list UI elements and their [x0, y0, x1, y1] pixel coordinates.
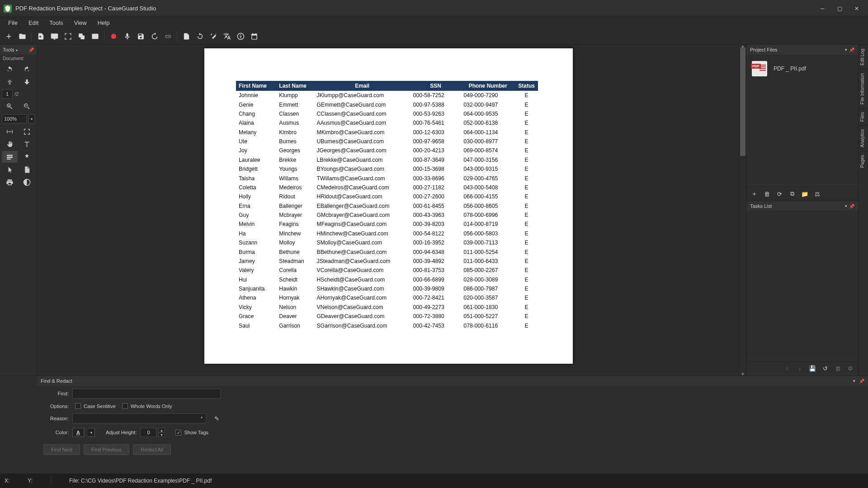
vtab-analytics[interactable]: Analytics	[859, 125, 868, 151]
table-row[interactable]: BurmaBethuneBBethune@CaseGuard.com000-94…	[236, 247, 538, 256]
pin-icon[interactable]: 📌	[28, 47, 34, 52]
scrollbar-thumb[interactable]	[740, 47, 745, 156]
table-row[interactable]: AlainaAusmusAAusmus@CaseGuard.com000-76-…	[236, 118, 538, 127]
redo-icon[interactable]	[19, 63, 35, 75]
zoom-dropdown-icon[interactable]: ▾	[28, 114, 35, 123]
table-row[interactable]: ChangClassenCClassen@CaseGuard.com000-53…	[236, 109, 538, 118]
print-icon[interactable]	[2, 176, 18, 188]
task-save-icon[interactable]: 💾	[808, 365, 816, 373]
scroll-down-icon[interactable]: ▼	[740, 371, 746, 375]
delete-file-icon[interactable]: 🗑	[763, 190, 771, 198]
overlay-icon[interactable]	[75, 31, 87, 42]
zoom-value[interactable]: 100%	[2, 114, 27, 123]
sync-icon[interactable]	[194, 31, 206, 42]
vtab-files[interactable]: Files	[859, 108, 868, 125]
open-folder-icon[interactable]: 📁	[801, 190, 809, 198]
table-row[interactable]: UteBurnesUBurnes@CaseGuard.com000-97-965…	[236, 137, 538, 146]
panel-pin-icon[interactable]: 📌	[859, 379, 864, 384]
vtab-file-info[interactable]: File Information	[859, 69, 868, 108]
page-tool-icon[interactable]	[19, 164, 35, 175]
table-row[interactable]: TaishaWillamsTWillams@CaseGuard.com000-3…	[236, 174, 538, 183]
add-file-icon[interactable]	[35, 31, 47, 42]
panel-pin-icon[interactable]: 📌	[849, 47, 854, 52]
table-row[interactable]: HuiScheidtHScheidt@CaseGuard.com000-66-6…	[236, 275, 538, 284]
menu-tools[interactable]: Tools	[45, 18, 67, 28]
vtab-pages[interactable]: Pages	[859, 151, 868, 171]
refresh-icon[interactable]: ⟳	[775, 190, 783, 198]
table-row[interactable]: GenieEmmettGEmmett@CaseGuard.com000-97-5…	[236, 100, 538, 109]
project-file-item[interactable]: PDF PDF _ PII.pdf	[750, 58, 854, 79]
adjust-down-icon[interactable]: ▼	[158, 432, 165, 437]
table-row[interactable]: HollyRidoutHRidout@CaseGuard.com000-27-2…	[236, 192, 538, 201]
move-down-icon[interactable]: ↓	[796, 365, 804, 373]
table-row[interactable]: MelvinFeaginsMFeagins@CaseGuard.com000-3…	[236, 220, 538, 229]
table-row[interactable]: SaulGarrisonSGarrison@CaseGuard.com000-4…	[236, 321, 538, 330]
panel-dropdown-icon[interactable]: ▾	[853, 379, 855, 383]
redact-all-button[interactable]: Redact All	[133, 444, 171, 455]
adjust-up-icon[interactable]: ▲	[158, 428, 165, 432]
pdf-page[interactable]: First NameLast NameEmailSSNPhone NumberS…	[204, 48, 573, 364]
new-project-icon[interactable]	[3, 31, 14, 42]
microphone-icon[interactable]	[121, 31, 133, 42]
menu-view[interactable]: View	[70, 18, 91, 28]
whole-words-checkbox[interactable]: Whole Words Only	[122, 403, 172, 409]
copy-icon[interactable]: ⧉	[788, 190, 796, 198]
find-next-button[interactable]: Find Next	[43, 444, 80, 455]
table-row[interactable]: JohnnieKlumppJKlumpp@CaseGuard.com000-58…	[236, 91, 538, 100]
table-row[interactable]: HaMinchewHMinchew@CaseGuard.com000-54-81…	[236, 229, 538, 238]
table-row[interactable]: GuyMcbrayerGMcbrayer@CaseGuard.com000-43…	[236, 211, 538, 220]
move-up-icon[interactable]: ↑	[783, 365, 791, 373]
video-icon[interactable]	[89, 31, 101, 42]
table-row[interactable]: LauraleeBrekkeLBrekke@CaseGuard.com000-8…	[236, 155, 538, 164]
table-row[interactable]: SanjuanitaHawkinSHawkin@CaseGuard.com000…	[236, 284, 538, 293]
table-row[interactable]: SuzannMolloySMolloy@CaseGuard.com000-16-…	[236, 238, 538, 247]
adjust-height-input[interactable]	[140, 428, 156, 437]
task-settings-icon[interactable]: ⚙	[846, 365, 854, 373]
screen-icon[interactable]	[48, 31, 60, 42]
up-icon[interactable]	[2, 76, 18, 88]
vtab-edit-log[interactable]: Edit Log	[859, 45, 868, 69]
color-dropdown-icon[interactable]: ▾	[88, 428, 95, 437]
zoom-out-icon[interactable]	[19, 100, 35, 112]
maximize-button[interactable]: ▢	[832, 4, 847, 14]
edit-reason-icon[interactable]: ✎	[212, 414, 221, 422]
save-icon[interactable]	[135, 31, 146, 42]
open-folder-icon[interactable]	[16, 31, 28, 42]
panel-dropdown-icon[interactable]: ▾	[845, 204, 847, 208]
undo-icon[interactable]	[2, 63, 18, 75]
document-icon[interactable]	[180, 31, 192, 42]
down-icon[interactable]	[19, 76, 35, 88]
minimize-button[interactable]: ─	[815, 4, 830, 14]
table-row[interactable]: JoyGeorgesJGeorges@CaseGuard.com000-20-4…	[236, 146, 538, 155]
pointer-icon[interactable]	[2, 164, 18, 175]
find-previous-button[interactable]: Find Previous	[84, 444, 129, 455]
vertical-scrollbar[interactable]: ▲ ▼	[740, 45, 746, 375]
color-picker-button[interactable]: A	[72, 428, 84, 437]
table-row[interactable]: MelanyKimbroMKimbro@CaseGuard.com000-12-…	[236, 128, 538, 137]
table-row[interactable]: GraceDeaverGDeaver@CaseGuard.com000-72-3…	[236, 312, 538, 321]
accessibility-icon[interactable]	[235, 31, 246, 42]
history-icon[interactable]	[148, 31, 160, 42]
compare-icon[interactable]: ⚖	[813, 190, 821, 198]
page-number-input[interactable]	[2, 89, 13, 99]
reason-dropdown[interactable]	[72, 413, 206, 423]
calendar-icon[interactable]	[248, 31, 260, 42]
show-tags-checkbox[interactable]: ✓Show Tags	[175, 430, 208, 436]
auto-detect-icon[interactable]	[19, 151, 35, 163]
table-row[interactable]: ErnaBallengerEBallenger@CaseGuard.com000…	[236, 202, 538, 211]
redact-area-icon[interactable]	[2, 151, 18, 163]
table-row[interactable]: AthenaHornyakAHornyak@CaseGuard.com000-7…	[236, 293, 538, 302]
hand-tool-icon[interactable]	[2, 138, 18, 150]
table-row[interactable]: JameySteadmanJSteadman@CaseGuard.com000-…	[236, 257, 538, 266]
panel-pin-icon[interactable]: 📌	[849, 204, 854, 209]
capture-icon[interactable]	[62, 31, 74, 42]
tools-panel-title[interactable]: Tools	[3, 47, 18, 52]
table-row[interactable]: ColettaMedeirosCMedeiros@CaseGuard.com00…	[236, 183, 538, 192]
table-row[interactable]: ValeryCorellaVCorella@CaseGuard.com000-8…	[236, 266, 538, 275]
link-icon[interactable]	[162, 31, 174, 42]
panel-dropdown-icon[interactable]: ▾	[845, 47, 847, 52]
translate-icon[interactable]	[221, 31, 233, 42]
fit-page-icon[interactable]	[19, 126, 35, 137]
add-file-icon[interactable]: ＋	[750, 190, 758, 198]
find-input[interactable]	[72, 389, 221, 399]
